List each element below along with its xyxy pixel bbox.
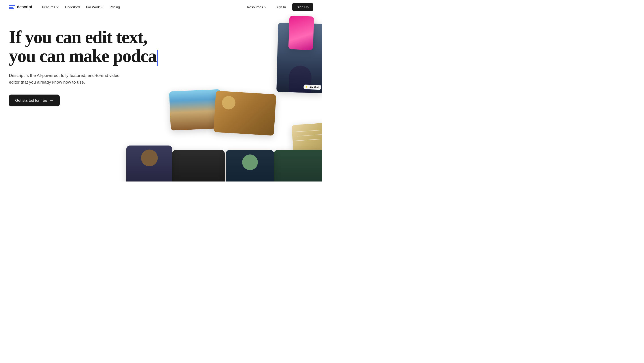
sign-up-button[interactable]: Sign Up [292, 3, 313, 11]
sign-in-link[interactable]: Sign In [273, 3, 289, 11]
map-line-2 [297, 134, 322, 137]
logo-bar-3 [9, 8, 14, 9]
thumbnail-desert [169, 89, 222, 131]
thumbnail-dark-scene [172, 150, 225, 181]
nav-right: Resources Sign In Sign Up [244, 3, 313, 11]
hero-section: If you can edit text, you can make podca… [0, 14, 322, 181]
nav-pricing-label: Pricing [110, 5, 120, 9]
logo-text: descript [17, 5, 32, 9]
thumbnail-headphones-person [226, 150, 274, 181]
map-line-1 [294, 129, 322, 132]
nav-link-pricing[interactable]: Pricing [107, 3, 122, 11]
headline-line1: If you can edit text, [9, 27, 147, 47]
nav-resources-link[interactable]: Resources [244, 3, 269, 11]
like-text: Like that. [308, 86, 320, 88]
hero-subtext: Descript is the AI-powered, fully featur… [9, 72, 130, 86]
thumbnail-person-top: ★ Like that. [276, 22, 322, 93]
nav-underlord-label: Underlord [65, 5, 80, 9]
cta-arrow: → [50, 98, 54, 103]
nav-link-features[interactable]: Features [39, 3, 62, 11]
thumbnail-person-glasses [126, 145, 172, 181]
sign-up-label: Sign Up [297, 5, 308, 9]
like-badge: ★ Like that. [304, 84, 321, 90]
nav-link-underlord[interactable]: Underlord [62, 3, 82, 11]
face-avatar-2 [141, 150, 158, 166]
nav-links: Features Underlord For Work Pricing [39, 3, 122, 11]
logo-bar-2 [9, 7, 14, 7]
thumbnail-room [214, 91, 276, 136]
chevron-down-icon-3 [264, 6, 266, 8]
logo[interactable]: descript [9, 5, 32, 9]
headline-line2: you can make podca [9, 46, 156, 66]
face-avatar-1 [294, 32, 309, 47]
body-shape-1 [289, 65, 312, 93]
chevron-down-icon-2 [100, 6, 103, 8]
thumbnail-map [292, 122, 322, 166]
logo-icon [9, 5, 15, 9]
cta-label: Get started for free [15, 98, 47, 103]
nav-link-forwork[interactable]: For Work [84, 3, 106, 11]
thumbnail-pink [288, 16, 314, 50]
text-cursor [157, 50, 158, 66]
hero-headline: If you can edit text, you can make podca [9, 28, 166, 66]
cta-button[interactable]: Get started for free → [9, 94, 60, 106]
chevron-down-icon [56, 6, 59, 8]
thumbnails-area: ★ Like that. [152, 14, 322, 181]
navbar: descript Features Underlord For Work Pri… [0, 0, 322, 14]
logo-bar-1 [9, 5, 15, 6]
thumbnail-green-bg [274, 150, 322, 181]
room-light [222, 96, 236, 110]
nav-forwork-label: For Work [86, 5, 100, 9]
sign-in-label: Sign In [276, 5, 286, 9]
face-avatar-3 [242, 154, 258, 170]
map-line-3 [294, 139, 322, 141]
resources-label: Resources [247, 5, 263, 9]
nav-left: descript Features Underlord For Work Pri… [9, 3, 122, 11]
hero-content: If you can edit text, you can make podca… [9, 28, 166, 106]
nav-features-label: Features [42, 5, 55, 9]
star-icon: ★ [305, 86, 308, 88]
